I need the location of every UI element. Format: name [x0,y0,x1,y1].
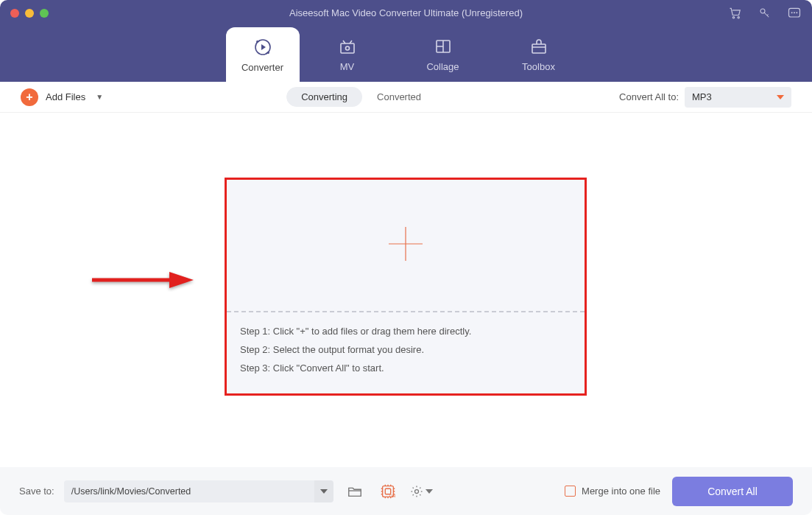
step-2-text: Step 2: Select the output format you des… [240,344,571,355]
chevron-down-icon [777,95,784,99]
svg-point-6 [797,12,797,13]
titlebar: Aiseesoft Mac Video Converter Ultimate (… [0,0,812,26]
svg-point-5 [794,12,795,13]
save-path-field[interactable]: /Users/link/Movies/Converted [64,480,314,502]
settings-button[interactable] [409,480,433,502]
annotation-arrow [88,269,199,294]
step-1-text: Step 1: Click "+" to add files or drag t… [240,326,571,337]
drop-zone-add-area[interactable] [227,180,585,311]
save-to-label: Save to: [19,486,54,497]
svg-marker-8 [261,44,266,50]
main-nav: Converter MV Collage Toolbox [0,26,812,82]
toolbar: + Add Files ▼ Converting Converted Conve… [0,82,812,113]
save-path-value: /Users/link/Movies/Converted [71,486,191,497]
chevron-down-icon[interactable]: ▼ [96,93,103,101]
svg-point-10 [345,46,349,50]
app-window: Aiseesoft Mac Video Converter Ultimate (… [0,0,812,515]
svg-point-20 [414,489,418,493]
seg-converting[interactable]: Converting [286,87,362,107]
drop-zone[interactable]: Step 1: Click "+" to add files or drag t… [225,178,587,396]
checkbox-icon [565,486,576,497]
big-plus-icon [386,224,426,267]
svg-point-2 [760,9,765,13]
save-path-dropdown[interactable] [314,480,333,502]
minimize-window-button[interactable] [25,9,34,18]
merge-checkbox[interactable]: Merge into one file [565,486,660,497]
step-3-text: Step 3: Click "Convert All" to start. [240,362,571,374]
window-title: Aiseesoft Mac Video Converter Ultimate (… [0,7,812,18]
svg-rect-12 [532,44,546,53]
cart-icon[interactable] [728,6,743,21]
close-window-button[interactable] [10,9,19,18]
svg-point-4 [791,12,792,13]
chevron-down-icon [320,489,328,494]
svg-text:ON: ON [389,494,395,498]
add-files-button[interactable]: + Add Files ▼ [21,88,103,106]
tab-toolbox-label: Toolbox [522,61,555,72]
output-format-value: MP3 [692,91,712,102]
convert-all-to: Convert All to: MP3 [619,87,791,108]
convert-all-to-label: Convert All to: [619,91,679,102]
tab-mv[interactable]: MV [300,26,395,82]
svg-marker-16 [169,272,194,288]
tab-collage-label: Collage [426,61,459,72]
status-segment: Converting Converted [286,87,436,107]
svg-point-1 [738,16,739,18]
svg-point-0 [732,16,734,18]
gpu-accel-button[interactable]: ON [376,480,400,502]
add-files-label: Add Files [46,91,85,102]
chevron-down-icon [426,489,433,494]
plus-icon: + [21,88,38,106]
bottom-bar: Save to: /Users/link/Movies/Converted ON… [0,467,812,515]
svg-rect-9 [341,43,354,53]
convert-all-button[interactable]: Convert All [672,477,793,506]
tab-converter[interactable]: Converter [226,27,300,83]
steps-hint: Step 1: Click "+" to add files or drag t… [227,312,585,381]
tab-mv-label: MV [340,61,355,72]
seg-converted[interactable]: Converted [362,87,436,107]
merge-label: Merge into one file [582,486,660,497]
window-controls [10,9,49,18]
tab-toolbox[interactable]: Toolbox [491,26,587,82]
key-icon[interactable] [758,6,772,21]
output-format-select[interactable]: MP3 [685,87,791,108]
maximize-window-button[interactable] [40,9,49,18]
open-folder-button[interactable] [343,480,367,502]
feedback-icon[interactable] [787,6,802,21]
tab-converter-label: Converter [241,62,283,73]
main-area: Step 1: Click "+" to add files or drag t… [0,113,812,467]
tab-collage[interactable]: Collage [395,26,491,82]
